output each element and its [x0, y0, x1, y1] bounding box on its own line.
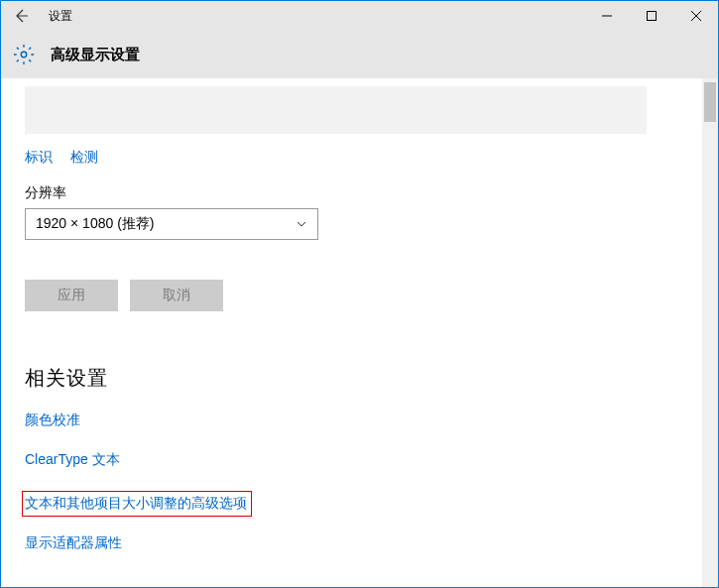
maximize-button[interactable]	[629, 1, 673, 31]
scrollbar[interactable]	[702, 78, 718, 587]
display-actions: 标识 检测	[25, 149, 694, 167]
resolution-select[interactable]: 1920 × 1080 (推荐)	[25, 208, 318, 240]
color-calibration-link[interactable]: 颜色校准	[25, 412, 80, 429]
svg-rect-1	[647, 12, 656, 21]
chevron-down-icon	[296, 218, 307, 230]
advanced-sizing-link[interactable]: 文本和其他项目大小调整的高级选项	[22, 491, 252, 517]
identify-link[interactable]: 标识	[25, 149, 53, 167]
maximize-icon	[647, 11, 657, 21]
related-links: 颜色校准 ClearType 文本 文本和其他项目大小调整的高级选项 显示适配器…	[25, 412, 694, 552]
close-button[interactable]	[673, 1, 718, 31]
resolution-value: 1920 × 1080 (推荐)	[36, 215, 154, 233]
back-arrow-icon	[13, 8, 29, 24]
scrollbar-thumb[interactable]	[704, 82, 716, 122]
related-settings-heading: 相关设置	[25, 365, 694, 392]
close-icon	[691, 11, 701, 21]
svg-point-4	[21, 52, 27, 58]
button-row: 应用 取消	[25, 280, 694, 311]
display-preview	[25, 86, 647, 134]
page-header: 高级显示设置	[1, 31, 718, 78]
caption-buttons	[584, 1, 718, 31]
back-button[interactable]	[1, 1, 41, 31]
resolution-label: 分辨率	[25, 184, 694, 202]
adapter-properties-link[interactable]: 显示适配器属性	[25, 534, 122, 552]
minimize-button[interactable]	[584, 1, 629, 31]
page-title: 高级显示设置	[51, 46, 140, 64]
detect-link[interactable]: 检测	[70, 149, 98, 167]
window-title: 设置	[49, 8, 72, 25]
apply-button[interactable]: 应用	[25, 280, 118, 311]
content-area: 标识 检测 分辨率 1920 × 1080 (推荐) 应用 取消 相关设置 颜色…	[1, 78, 718, 587]
minimize-icon	[602, 11, 612, 21]
cancel-button[interactable]: 取消	[130, 280, 223, 311]
titlebar-left: 设置	[1, 1, 72, 31]
titlebar: 设置	[1, 1, 718, 31]
gear-icon	[13, 44, 35, 65]
cleartype-link[interactable]: ClearType 文本	[25, 451, 120, 469]
